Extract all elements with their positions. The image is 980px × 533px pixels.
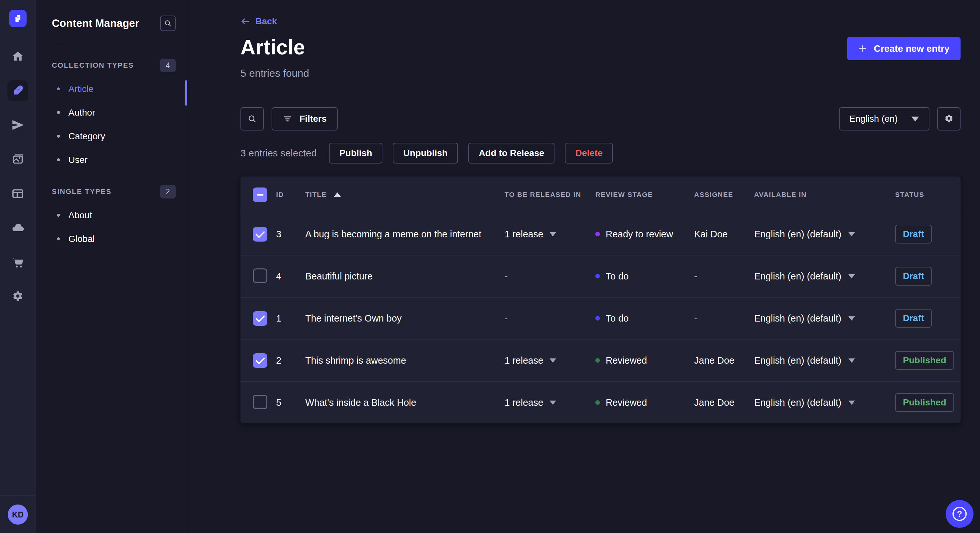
cell-released-in[interactable]: 1 release (504, 229, 595, 240)
unpublish-button[interactable]: Unpublish (393, 143, 458, 163)
stage-dot-icon (595, 274, 600, 279)
status-badge: Draft (895, 309, 932, 328)
user-avatar[interactable]: KD (8, 504, 28, 525)
chevron-down-icon (911, 117, 919, 121)
stage-dot-icon (595, 358, 600, 363)
cell-available-in[interactable]: English (en) (default) (754, 313, 895, 324)
content-manager-icon[interactable] (8, 80, 28, 101)
entries-count-subtitle: 5 entries found (240, 67, 961, 79)
available-in-value: English (en) (default) (754, 355, 841, 366)
sidebar-item-author[interactable]: Author (52, 101, 187, 124)
table-row[interactable]: 5 What's inside a Black Hole 1 release R… (240, 381, 961, 423)
home-icon[interactable] (8, 46, 28, 67)
column-header-title-label: TITLE (305, 191, 327, 198)
sidebar-divider (52, 45, 67, 45)
sidebar-item-global[interactable]: Global (52, 227, 187, 251)
column-header-id[interactable]: ID (276, 191, 305, 198)
table-row[interactable]: 1 The internet's Own boy - To do - Engli… (240, 297, 961, 339)
entries-table: ID TITLE TO BE RELEASED IN REVIEW STAGE … (240, 176, 961, 423)
available-in-value: English (en) (default) (754, 397, 841, 408)
row-checkbox[interactable] (253, 353, 267, 368)
column-header-available-in[interactable]: AVAILABLE IN (754, 191, 895, 198)
released-in-value: 1 release (504, 397, 543, 408)
content-type-builder-icon[interactable] (8, 183, 28, 204)
sidebar-item-category[interactable]: Category (52, 124, 187, 148)
table-row[interactable]: 3 A bug is becoming a meme on the intern… (240, 213, 961, 255)
releases-plane-icon[interactable] (8, 115, 28, 135)
create-new-entry-button[interactable]: Create new entry (847, 37, 961, 60)
arrow-left-icon (240, 16, 250, 26)
chevron-down-icon (848, 316, 855, 320)
question-mark-icon: ? (953, 507, 967, 521)
settings-gear-icon[interactable] (8, 286, 28, 307)
sidebar-item-label: Article (68, 84, 94, 94)
column-header-title[interactable]: TITLE (305, 191, 504, 198)
chevron-down-icon (848, 401, 855, 405)
chevron-down-icon (848, 232, 855, 236)
row-checkbox[interactable] (253, 311, 267, 326)
select-all-checkbox[interactable] (253, 187, 267, 202)
released-in-value: 1 release (504, 229, 543, 240)
gear-icon (944, 114, 954, 124)
stage-dot-icon (595, 232, 600, 236)
cell-assignee: Kai Doe (694, 229, 754, 240)
chevron-down-icon (550, 359, 556, 363)
collection-types-label: COLLECTION TYPES (52, 61, 134, 70)
cell-released-in[interactable]: 1 release (504, 355, 595, 366)
stage-label: Reviewed (606, 355, 647, 366)
back-link[interactable]: Back (255, 16, 277, 27)
publish-button[interactable]: Publish (329, 143, 382, 163)
selection-count-text: 3 entries selected (240, 148, 317, 159)
sidebar-item-about[interactable]: About (52, 203, 187, 227)
cell-available-in[interactable]: English (en) (default) (754, 355, 895, 366)
strapi-logo-icon[interactable] (9, 10, 27, 27)
marketplace-cart-icon[interactable] (8, 252, 28, 273)
cell-review-stage: Reviewed (595, 355, 694, 366)
collection-types-count: 4 (160, 59, 176, 72)
column-header-released-in[interactable]: TO BE RELEASED IN (504, 191, 595, 198)
bullet-icon (57, 87, 60, 90)
cell-available-in[interactable]: English (en) (default) (754, 397, 895, 408)
cell-id: 4 (276, 271, 305, 282)
cloud-icon[interactable] (8, 217, 28, 238)
row-checkbox[interactable] (253, 268, 267, 283)
cell-id: 1 (276, 313, 305, 324)
cell-review-stage: Reviewed (595, 397, 694, 408)
sidebar-item-user[interactable]: User (52, 148, 187, 171)
app-root: KD Content Manager COLLECTION TYPES 4 Ar… (0, 0, 980, 533)
sidebar-item-article[interactable]: Article (52, 77, 187, 101)
status-badge: Published (895, 351, 954, 370)
filters-button[interactable]: Filters (272, 107, 338, 130)
cell-available-in[interactable]: English (en) (default) (754, 271, 895, 282)
cell-title: A bug is becoming a meme on the internet (305, 229, 504, 240)
locale-select[interactable]: English (en) (839, 107, 929, 130)
sidebar-item-label: Author (68, 108, 95, 118)
table-row[interactable]: 4 Beautiful picture - To do - English (e… (240, 255, 961, 297)
search-button[interactable] (240, 107, 264, 130)
stage-label: Ready to review (606, 229, 673, 240)
view-settings-button[interactable] (937, 107, 961, 130)
bullet-icon (57, 159, 60, 161)
add-to-release-button[interactable]: Add to Release (468, 143, 555, 163)
single-types-count: 2 (160, 185, 176, 198)
table-row[interactable]: 2 This shrimp is awesome 1 release Revie… (240, 339, 961, 381)
stage-dot-icon (595, 316, 600, 320)
delete-button[interactable]: Delete (565, 143, 613, 163)
sort-ascending-icon (334, 192, 341, 197)
row-checkbox[interactable] (253, 227, 267, 241)
sidebar-search-button[interactable] (160, 16, 176, 31)
cell-id: 5 (276, 397, 305, 408)
column-header-assignee[interactable]: ASSIGNEE (694, 191, 754, 198)
search-icon (248, 114, 257, 124)
help-button[interactable]: ? (946, 500, 974, 528)
column-header-status[interactable]: STATUS (895, 191, 961, 198)
row-checkbox[interactable] (253, 395, 267, 409)
page-title: Article (240, 37, 305, 58)
cell-released-in: - (504, 313, 595, 324)
column-header-review-stage[interactable]: REVIEW STAGE (595, 191, 694, 198)
media-library-icon[interactable] (8, 149, 28, 170)
cell-available-in[interactable]: English (en) (default) (754, 229, 895, 240)
sidebar-item-label: User (68, 155, 88, 165)
create-new-entry-label: Create new entry (874, 43, 950, 54)
cell-released-in[interactable]: 1 release (504, 397, 595, 408)
